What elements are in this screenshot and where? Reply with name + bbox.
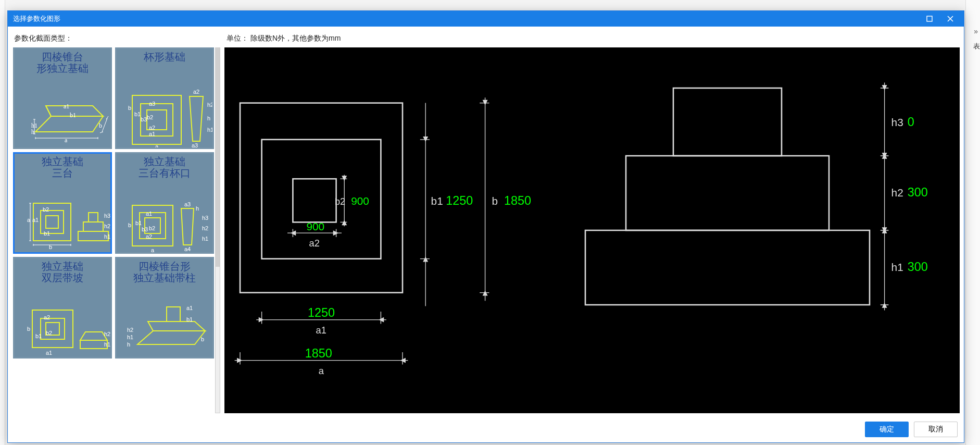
svg-text:h: h	[196, 205, 199, 212]
svg-text:h2: h2	[104, 223, 110, 229]
diagram-label-a2: a2	[309, 238, 320, 249]
thumb-caption: 独立基础 三台有杯口	[117, 154, 212, 179]
close-button[interactable]	[940, 11, 961, 27]
diagram-value-b2[interactable]: 900	[351, 195, 369, 207]
gallery-scrollbar[interactable]	[215, 47, 220, 413]
thumb-pyramid-frustum[interactable]: 四棱锥台 形独立基础 a1b1 h1h b a	[13, 47, 112, 149]
svg-text:a2: a2	[149, 125, 155, 131]
svg-rect-59	[41, 318, 65, 339]
svg-text:b: b	[128, 105, 131, 111]
diagram-value-a1[interactable]: 1250	[308, 306, 335, 319]
diagram-label-a: a	[319, 366, 324, 376]
thumb-triple-step-cup[interactable]: 独立基础 三台有杯口 a3a4 hh3h2h1 bb	[115, 152, 214, 254]
svg-text:b2: b2	[149, 225, 155, 231]
svg-text:b1: b1	[35, 333, 42, 339]
svg-text:b2: b2	[43, 206, 49, 213]
svg-text:b: b	[128, 222, 131, 228]
svg-text:h3: h3	[104, 213, 110, 219]
svg-text:a1: a1	[32, 217, 39, 223]
svg-text:b1: b1	[70, 112, 76, 119]
svg-text:a1: a1	[149, 131, 155, 137]
svg-text:a: a	[151, 247, 155, 252]
parametric-shape-dialog: 选择参数化图形 参数化截面类型： 单位： 除级数N外，其他参数为mm 四棱锥台 …	[7, 10, 964, 443]
svg-text:h: h	[127, 341, 130, 348]
svg-text:h3: h3	[202, 215, 208, 221]
svg-text:h1: h1	[127, 334, 133, 340]
svg-text:a1: a1	[186, 305, 193, 311]
svg-marker-62	[80, 332, 107, 340]
diagram-value-b[interactable]: 1850	[504, 194, 531, 207]
host-right-tab-label[interactable]: 表	[973, 42, 980, 51]
svg-text:a3: a3	[184, 201, 191, 207]
diagram-label-b: b	[492, 195, 498, 207]
diagram-svg: 900 a2 b2 900 b1 1250	[224, 47, 960, 413]
svg-text:a2: a2	[146, 233, 152, 240]
svg-rect-29	[46, 216, 58, 228]
svg-text:b2: b2	[46, 330, 52, 336]
thumb-pyramid-column[interactable]: 四棱锥台形 独立基础带柱 a1b1 h2h1h b	[115, 257, 214, 359]
svg-text:b1: b1	[135, 220, 142, 226]
svg-text:b: b	[99, 122, 102, 129]
diagram-label-h2: h2	[891, 187, 903, 199]
thumb-cup[interactable]: 杯形基础 a2 h2hh1 a3	[115, 47, 214, 149]
svg-text:b: b	[27, 326, 30, 332]
svg-rect-82	[585, 230, 870, 305]
svg-marker-1	[35, 116, 103, 132]
svg-text:h2: h2	[127, 327, 133, 333]
svg-text:a: a	[65, 137, 68, 144]
svg-text:h2: h2	[104, 331, 110, 337]
diagram-label-h3: h3	[891, 116, 903, 128]
svg-text:h: h	[31, 128, 34, 135]
svg-rect-10	[132, 95, 181, 144]
maximize-button[interactable]	[919, 11, 940, 27]
thumb-caption: 独立基础 双层带坡	[15, 258, 110, 283]
cancel-button[interactable]: 取消	[914, 422, 958, 437]
svg-text:b: b	[201, 336, 204, 342]
svg-text:h: h	[207, 115, 210, 121]
section-type-label: 参数化截面类型：	[14, 34, 227, 43]
svg-text:b1: b1	[134, 111, 141, 117]
diagram-value-h1[interactable]: 300	[908, 260, 928, 274]
svg-marker-61	[80, 340, 107, 349]
svg-marker-70	[137, 331, 205, 344]
dialog-actions: 确定 取消	[8, 417, 964, 442]
svg-rect-81	[293, 179, 336, 222]
host-tabs-scroll-right-icon[interactable]: »	[974, 27, 978, 35]
svg-line-3	[46, 106, 51, 116]
thumb-double-slope[interactable]: 独立基础 双层带坡 bb1b2 a2	[13, 257, 112, 359]
svg-text:b1: b1	[186, 316, 193, 323]
svg-text:h1: h1	[207, 127, 213, 133]
dialog-title: 选择参数化图形	[13, 14, 919, 23]
svg-rect-31	[83, 222, 103, 231]
thumb-caption: 杯形基础	[117, 49, 212, 63]
diagram-label-a1: a1	[316, 325, 326, 336]
dialog-titlebar: 选择参数化图形	[8, 11, 964, 27]
svg-marker-13	[190, 96, 203, 141]
diagram-value-h3[interactable]: 0	[908, 115, 914, 129]
unit-label: 单位： 除级数N外，其他参数为mm	[227, 34, 341, 43]
svg-text:h1: h1	[202, 236, 208, 242]
svg-rect-84	[673, 88, 782, 156]
thumb-triple-step[interactable]: 独立基础 三台 aa1	[13, 152, 112, 254]
svg-text:a3: a3	[192, 142, 198, 147]
thumb-caption: 四棱锥台 形独立基础	[15, 49, 110, 74]
svg-text:a: a	[155, 143, 159, 147]
ok-button[interactable]: 确定	[865, 422, 909, 437]
svg-marker-71	[148, 322, 205, 331]
svg-text:a1: a1	[146, 211, 152, 217]
gallery-scrollbar-thumb[interactable]	[216, 48, 220, 267]
svg-rect-27	[33, 203, 71, 241]
svg-marker-44	[181, 208, 194, 245]
diagram-label-b1: b1	[431, 195, 443, 207]
svg-rect-79	[240, 103, 403, 293]
svg-text:a1: a1	[64, 103, 69, 110]
diagram-value-h2[interactable]: 300	[908, 186, 928, 199]
svg-text:b2: b2	[147, 114, 153, 120]
diagram-value-b1[interactable]: 1250	[446, 194, 473, 207]
diagram-value-a[interactable]: 1850	[305, 347, 332, 360]
svg-text:h1: h1	[104, 341, 110, 348]
diagram-value-a2inner[interactable]: 900	[306, 220, 324, 232]
svg-text:a3: a3	[149, 101, 155, 107]
svg-text:a1: a1	[46, 350, 52, 356]
svg-rect-32	[89, 213, 98, 222]
